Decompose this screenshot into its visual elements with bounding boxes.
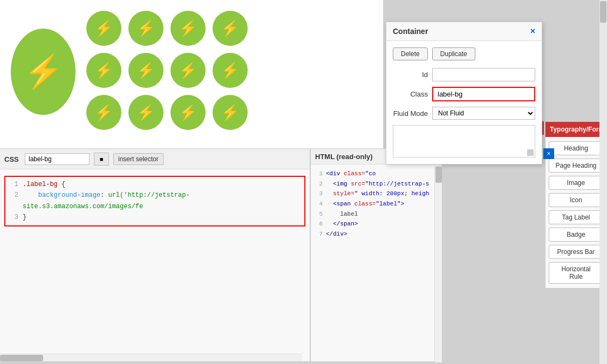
typography-item-horizontal-rule[interactable]: Horizontal Rule	[549, 262, 603, 284]
code-text-1: .label-bg {	[23, 179, 65, 190]
line-number-3: 3	[8, 212, 18, 223]
container-dialog: Container × Delete Duplicate Id Class Fl…	[386, 22, 542, 164]
css-code-block: 1 .label-bg { 2 background-image: url('h…	[4, 176, 305, 226]
html-code-1: <div class="co	[326, 169, 376, 179]
bolt-circle-3: ⚡	[170, 11, 206, 46]
bolt-circle-6: ⚡	[128, 53, 163, 88]
insert-selector-button[interactable]: insert selector	[113, 153, 163, 165]
html-num-5: 5	[313, 209, 323, 219]
delete-button[interactable]: Delete	[393, 47, 428, 60]
code-text-2: background-image: url('http://jetstrap-s…	[23, 190, 302, 212]
css-panel-header: CSS ■ insert selector	[0, 149, 310, 169]
typography-item-badge[interactable]: Badge	[549, 228, 603, 242]
canvas-content: ⚡ ⚡ ⚡ ⚡ ⚡ ⚡ ⚡ ⚡ ⚡ ⚡ ⚡ ⚡ ⚡	[0, 0, 383, 143]
bolt-circle-9: ⚡	[86, 95, 121, 130]
dialog-title: Container	[393, 27, 428, 36]
html-num-2: 2	[313, 179, 323, 189]
typography-item-heading[interactable]: Heading	[549, 141, 603, 155]
html-num-3: 3	[313, 189, 323, 199]
bolt-circle-12: ⚡	[213, 95, 248, 130]
code-line-2: 2 background-image: url('http://jetstrap…	[8, 190, 302, 212]
bolt-circle-8: ⚡	[213, 53, 248, 88]
id-field-label: Id	[393, 71, 428, 79]
code-line-3: 3 }	[8, 212, 302, 223]
css-scrollbar-thumb-h	[0, 355, 43, 361]
typography-panel-title: Typography/Formatting	[550, 126, 607, 133]
html-line-3: 3 style=" width: 200px; heigh	[313, 189, 440, 199]
bolt-icon-3: ⚡	[179, 19, 197, 37]
fluid-mode-label: Fluid Mode	[393, 109, 428, 118]
html-code-5: label	[326, 209, 358, 219]
html-scrollbar-v[interactable]	[434, 166, 442, 362]
html-line-7: 7 </div>	[313, 229, 440, 239]
dialog-textarea-area	[393, 125, 535, 157]
html-num-4: 4	[313, 199, 323, 209]
html-line-2: 2 <img src="http://jetstrap-s	[313, 179, 440, 189]
dialog-body: Delete Duplicate Id Class Fluid Mode Not…	[386, 41, 542, 164]
typography-panel: Typography/Formatting − Heading Page Hea…	[545, 121, 607, 289]
code-property: background-image	[38, 191, 100, 199]
typography-item-icon[interactable]: Icon	[549, 193, 603, 207]
class-field-row: Class	[393, 87, 535, 101]
typography-item-image[interactable]: Image	[549, 176, 603, 190]
typography-item-progress-bar[interactable]: Progress Bar	[549, 245, 603, 259]
html-line-4: 4 <span class="label">	[313, 199, 440, 209]
css-icon-btn[interactable]: ■	[94, 153, 109, 166]
line-number-1: 1	[8, 179, 18, 190]
css-selector-input[interactable]	[25, 153, 90, 165]
bolt-circle-5: ⚡	[86, 53, 121, 88]
html-code-4: <span class="label">	[326, 199, 404, 209]
bolt-circle-11: ⚡	[170, 95, 206, 130]
dialog-close-button[interactable]: ×	[530, 26, 535, 36]
html-line-1: 1 <div class="co	[313, 169, 440, 179]
code-brace-close: }	[23, 212, 26, 223]
line-number-2: 2	[8, 190, 18, 212]
logo-oval: ⚡	[11, 29, 76, 115]
dialog-actions: Delete Duplicate	[393, 47, 535, 60]
fluid-mode-row: Fluid Mode Not Fluid Fluid	[393, 107, 535, 120]
css-scrollbar-h[interactable]	[0, 354, 302, 361]
bolt-circle-4: ⚡	[213, 11, 248, 46]
bolt-circle-10: ⚡	[128, 95, 163, 130]
bolt-icon-1: ⚡	[94, 19, 113, 37]
html-line-5: 5 label	[313, 209, 440, 219]
class-input[interactable]	[432, 87, 535, 101]
css-panel: CSS ■ insert selector 1 .label-bg { 2 ba…	[0, 148, 310, 361]
bolt-icon-10: ⚡	[137, 104, 155, 121]
duplicate-button[interactable]: Duplicate	[432, 47, 475, 60]
bolt-icon-12: ⚡	[221, 104, 240, 121]
id-field-row: Id	[393, 68, 535, 81]
html-line-6: 6 </span>	[313, 219, 440, 229]
bolt-circle-2: ⚡	[128, 11, 163, 46]
html-num-7: 7	[313, 229, 323, 239]
outer-scrollbar[interactable]	[599, 0, 607, 364]
bolt-icon-large: ⚡	[23, 56, 64, 88]
html-code-2: <img src="http://jetstrap-s	[326, 179, 429, 189]
fluid-mode-select[interactable]: Not Fluid Fluid	[432, 107, 535, 120]
html-panel: HTML (read-only) 1 <div class="co 2 <img…	[310, 148, 442, 361]
bolt-icon-8: ⚡	[221, 61, 240, 79]
bolt-circle-7: ⚡	[170, 53, 206, 88]
bolt-icon-11: ⚡	[179, 104, 197, 121]
typography-panel-header: Typography/Formatting −	[545, 122, 606, 137]
bolt-icon-2: ⚡	[137, 19, 155, 37]
resize-handle[interactable]	[527, 149, 534, 156]
html-scrollbar-thumb-v	[435, 167, 442, 183]
css-code-area: 1 .label-bg { 2 background-image: url('h…	[0, 169, 310, 233]
html-num-6: 6	[313, 219, 323, 229]
id-input[interactable]	[432, 68, 535, 81]
bolt-grid: ⚡ ⚡ ⚡ ⚡ ⚡ ⚡ ⚡ ⚡ ⚡ ⚡ ⚡ ⚡	[86, 11, 250, 133]
code-selector: .label-bg	[23, 181, 58, 188]
html-num-1: 1	[313, 169, 323, 179]
typography-item-tag-label[interactable]: Tag Label	[549, 210, 603, 224]
html-code-7: </div>	[326, 229, 347, 239]
panel-close-button[interactable]: ×	[543, 148, 554, 159]
panel-close-icon: ×	[547, 150, 550, 157]
canvas-area: ⚡ ⚡ ⚡ ⚡ ⚡ ⚡ ⚡ ⚡ ⚡ ⚡ ⚡ ⚡ ⚡	[0, 0, 383, 148]
html-code-3: style=" width: 200px; heigh	[326, 189, 429, 199]
typography-item-page-heading[interactable]: Page Heading	[549, 159, 603, 173]
dialog-header: Container ×	[386, 22, 542, 41]
code-brace-open: {	[62, 181, 65, 188]
outer-scrollbar-thumb	[600, 1, 606, 23]
bolt-icon-6: ⚡	[137, 61, 155, 79]
